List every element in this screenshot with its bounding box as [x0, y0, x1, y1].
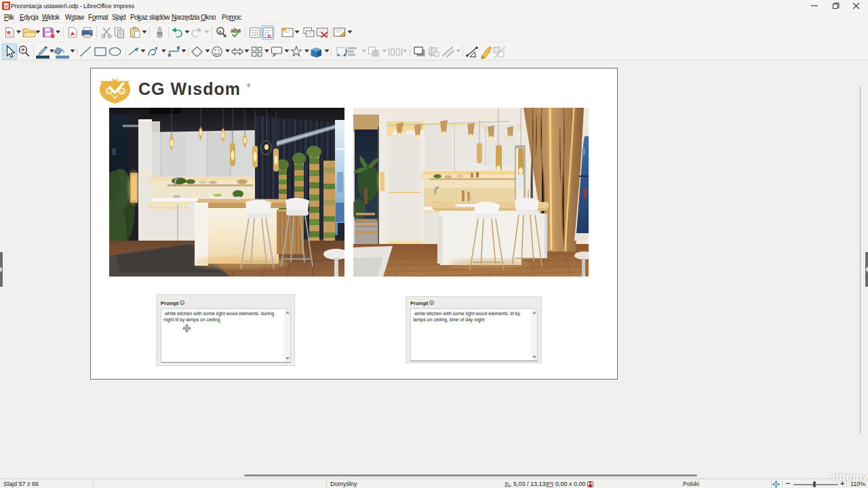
- svg-text:a: a: [218, 28, 222, 35]
- svg-text:n: n: [268, 32, 271, 39]
- svg-text:d: d: [224, 33, 226, 39]
